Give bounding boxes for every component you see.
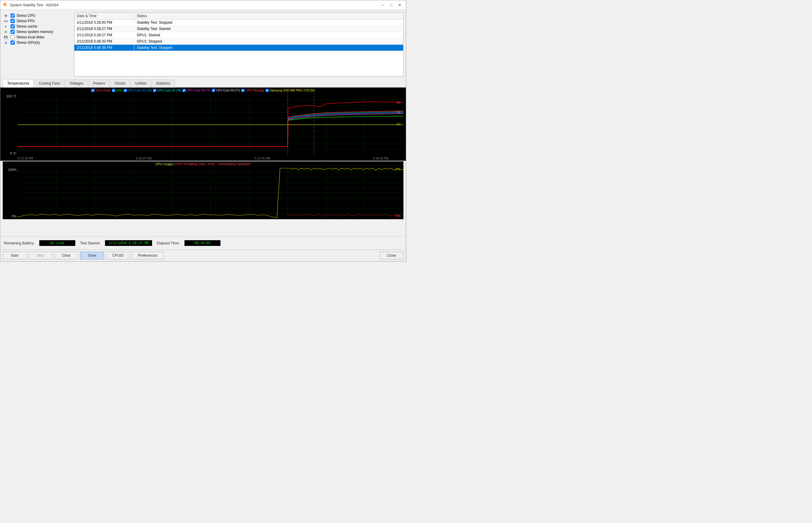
tab-temperatures[interactable]: Temperatures (3, 79, 34, 88)
maximize-button[interactable]: □ (387, 2, 395, 8)
legend-cpu-package-checkbox[interactable] (241, 89, 245, 92)
stress-cpu-checkbox[interactable] (11, 14, 15, 18)
legend-ssd-checkbox[interactable] (266, 89, 269, 92)
top-section: ⚙ Stress CPU 123 Stress FPU ≡ Stress cac… (0, 10, 406, 79)
clear-button[interactable]: Clear (54, 252, 78, 259)
main-content: ⚙ Stress CPU 123 Stress FPU ≡ Stress cac… (0, 10, 406, 261)
close-button[interactable]: Close (379, 252, 403, 259)
legend-cpu-core2: CPU Core #2 (79) (153, 89, 181, 92)
stress-cache-checkbox[interactable] (11, 24, 15, 29)
temp-chart-svg: 84 76 50 (18, 93, 403, 156)
legend-cpu-core1-label: CPU Core #1 (78) (128, 89, 152, 92)
stress-gpu-item: 🖥 Stress GPU(s) (3, 40, 72, 45)
legend-ssd: Samsung SSD 960 PRO 1TB (50) (266, 89, 315, 92)
legend-cpu-core3-checkbox[interactable] (182, 89, 186, 92)
log-row[interactable]: 2/11/2018 5:28:27 PM Stability Test: Sta… (74, 26, 403, 32)
log-cell-status: Stability Test: Stopped (134, 45, 403, 51)
svg-text:1%: 1% (395, 167, 400, 171)
legend-cpu-core3-label: CPU Core #3 (77) (186, 89, 211, 92)
stress-cache-label: Stress cache (17, 24, 37, 29)
bottom-bar: Start Stop Clear Save CPUID Preferences … (0, 250, 406, 261)
legend-cpu-core4: CPU Core #4 (77) (212, 89, 240, 92)
tab-powers[interactable]: Powers (89, 79, 109, 88)
cpu-chart-title: CPU Usage | CPU Throttling (max: 25%) - … (3, 161, 403, 167)
log-row[interactable]: 2/11/2018 5:28:27 PM GPU1: Started (74, 32, 403, 38)
elapsed-time-value: 00:18:05 (184, 240, 220, 246)
tab-voltages[interactable]: Voltages (65, 79, 88, 88)
log-cell-status: Stability Test: Stopped (134, 19, 403, 25)
legend-cpu-core2-checkbox[interactable] (153, 89, 156, 92)
svg-text:76: 76 (397, 111, 400, 114)
legend-cpu-package-label: CPU Package (246, 89, 264, 92)
cpuid-button[interactable]: CPUID (106, 252, 130, 259)
app-icon: 🔥 (3, 2, 8, 8)
stress-cpu-item: ⚙ Stress CPU (3, 14, 72, 18)
save-button[interactable]: Save (80, 252, 104, 259)
cpu-stress-icon: ⚙ (3, 14, 9, 18)
cpu-y-axis: 100% 0% (3, 167, 18, 219)
log-header: Date & Time Status (74, 13, 403, 19)
svg-text:84: 84 (397, 101, 400, 104)
stress-gpu-checkbox[interactable] (11, 40, 15, 45)
tab-statistics[interactable]: Statistics (151, 79, 175, 88)
legend-cpu-core3: CPU Core #3 (77) (182, 89, 211, 92)
remaining-battery-value: AC Line (39, 240, 75, 246)
tabs-bar: Temperatures Cooling Fans Voltages Power… (0, 79, 406, 88)
log-header-status: Status (134, 13, 403, 19)
temp-x-label-3: 5:27:55 PM (255, 157, 270, 160)
stress-fpu-checkbox[interactable] (11, 19, 15, 23)
legend-cpu-checkbox[interactable] (112, 89, 115, 92)
log-cell-datetime: 2/11/2018 5:28:27 PM (74, 26, 134, 32)
tab-cooling-fans[interactable]: Cooling Fans (34, 79, 65, 88)
temp-x-axis: 5:13:18 PM 5:28:27 PM 5:27:55 PM 5:46:33… (0, 156, 406, 161)
temp-y-max: 100 °C (6, 94, 17, 98)
stress-panel: ⚙ Stress CPU 123 Stress FPU ≡ Stress cac… (3, 12, 72, 76)
legend-ssd-label: Samsung SSD 960 PRO 1TB (50) (270, 89, 315, 92)
temp-chart-legend: GPU Diode CPU CPU Core #1 (78) CPU Core … (0, 88, 406, 93)
preferences-button[interactable]: Preferences (132, 252, 164, 259)
temp-x-label-1: 5:13:18 PM (18, 157, 33, 160)
stop-button[interactable]: Stop (29, 252, 53, 259)
legend-gpu-diode-label: GPU Diode (95, 89, 111, 92)
cpu-chart-section: CPU Usage | CPU Throttling (max: 25%) - … (3, 161, 403, 219)
log-body[interactable]: 2/11/2018 5:28:00 PM Stability Test: Sto… (74, 19, 403, 76)
legend-cpu-label: CPU (116, 89, 122, 92)
stress-memory-item: ▦ Stress system memory (3, 30, 72, 34)
log-cell-status: GPU1: Stopped (134, 38, 403, 44)
svg-text:0%: 0% (395, 214, 400, 218)
legend-cpu-core1-checkbox[interactable] (124, 89, 127, 92)
log-row[interactable]: 2/11/2018 5:46:33 PM GPU1: Stopped (74, 38, 403, 45)
window-controls: ─ □ ✕ (379, 2, 403, 8)
cpu-throttling-title-text: CPU Throttling (max: 25%) - Overheating … (176, 162, 251, 166)
stress-cache-item: ≡ Stress cache (3, 24, 72, 29)
cpu-chart-body: 100% 0% (3, 167, 403, 219)
legend-gpu-diode-checkbox[interactable] (91, 89, 94, 92)
legend-cpu-core4-checkbox[interactable] (212, 89, 215, 92)
stress-disks-label: Stress local disks (17, 35, 44, 39)
cpu-chart-canvas-wrap: 1% 0% (18, 167, 403, 219)
tab-clocks[interactable]: Clocks (110, 79, 130, 88)
title-bar: 🔥 System Stability Test - AIDA64 ─ □ ✕ (0, 0, 406, 10)
test-started-value: 2/11/2018 5:28:27 PM (105, 240, 152, 246)
legend-cpu: CPU (112, 89, 122, 92)
log-header-datetime: Date & Time (74, 13, 134, 19)
cache-stress-icon: ≡ (3, 24, 9, 29)
stress-fpu-label: Stress FPU (17, 19, 35, 23)
legend-cpu-core4-label: CPU Core #4 (77) (216, 89, 240, 92)
temp-x-label-2: 5:28:27 PM (136, 157, 151, 160)
legend-cpu-core2-label: CPU Core #2 (79) (157, 89, 181, 92)
elapsed-time-label: Elapsed Time: (157, 241, 180, 245)
minimize-button[interactable]: ─ (379, 2, 387, 8)
close-window-button[interactable]: ✕ (396, 2, 403, 8)
log-cell-datetime: 2/11/2018 5:46:36 PM (74, 45, 134, 51)
stress-gpu-label: Stress GPU(s) (17, 40, 40, 45)
svg-text:50: 50 (397, 122, 400, 126)
log-row-selected[interactable]: 2/11/2018 5:46:36 PM Stability Test: Sto… (74, 45, 403, 51)
stress-memory-label: Stress system memory (17, 30, 53, 34)
stress-memory-checkbox[interactable] (11, 30, 15, 34)
cpu-y-max: 100% (8, 168, 17, 172)
tab-unified[interactable]: Unified (130, 79, 150, 88)
stress-disks-checkbox[interactable] (11, 35, 15, 39)
start-button[interactable]: Start (3, 252, 27, 259)
log-row[interactable]: 2/11/2018 5:28:00 PM Stability Test: Sto… (74, 19, 403, 26)
